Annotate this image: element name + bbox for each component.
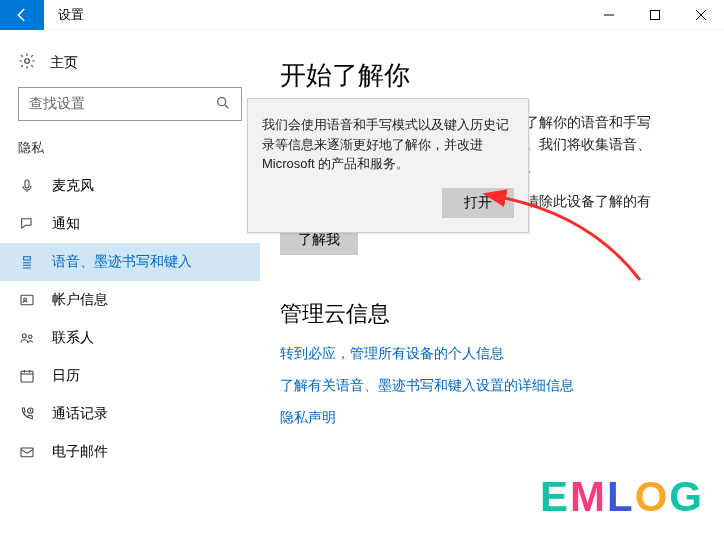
callhistory-icon [18,406,36,422]
watermark: EMLOG [540,473,704,521]
window-controls [586,0,724,30]
sidebar-item-label: 日历 [52,367,80,385]
notification-icon [18,216,36,232]
link-learn-more[interactable]: 了解有关语音、墨迹书写和键入设置的详细信息 [280,377,684,395]
mail-icon [18,444,36,460]
sidebar-item-notifications[interactable]: 通知 [0,205,260,243]
sidebar-item-label: 语音、墨迹书写和键入 [52,253,192,271]
sidebar-item-microphone[interactable]: 麦克风 [0,167,260,205]
svg-point-11 [29,335,32,338]
titlebar: 设置 [0,0,724,30]
svg-line-6 [225,104,229,108]
sidebar-item-speech[interactable]: 语音、墨迹书写和键入 [0,243,260,281]
sidebar-item-label: 通话记录 [52,405,108,423]
close-button[interactable] [678,0,724,30]
account-icon [18,292,36,308]
svg-rect-8 [21,295,33,304]
sidebar-item-label: 帐户信息 [52,291,108,309]
sidebar-item-label: 通知 [52,215,80,233]
page-heading: 开始了解你 [280,58,684,93]
cloud-heading: 管理云信息 [280,299,684,329]
contacts-icon [18,330,36,346]
search-placeholder: 查找设置 [29,95,85,113]
speech-icon [18,254,36,270]
svg-rect-1 [651,10,660,19]
maximize-button[interactable] [632,0,678,30]
sidebar: 主页 查找设置 隐私 麦克风 通知 语音、墨迹书写和键入 帐户信息 联系人 [0,30,260,539]
group-privacy: 隐私 [0,139,260,167]
home-link[interactable]: 主页 [0,46,260,87]
tooltip-text: 我们会使用语音和手写模式以及键入历史记录等信息来逐渐更好地了解你，并改进 Mic… [262,115,514,174]
calendar-icon [18,368,36,384]
svg-point-10 [22,334,26,338]
home-label: 主页 [50,54,78,72]
sidebar-item-email[interactable]: 电子邮件 [0,433,260,471]
sidebar-item-calendar[interactable]: 日历 [0,357,260,395]
microphone-icon [18,178,36,194]
svg-point-4 [25,59,30,64]
link-privacy[interactable]: 隐私声明 [280,409,684,427]
svg-point-5 [218,97,226,105]
link-bing[interactable]: 转到必应，管理所有设备的个人信息 [280,345,684,363]
svg-rect-17 [21,448,33,457]
tooltip-open-button[interactable]: 打开 [442,188,514,218]
gear-icon [18,52,36,73]
minimize-button[interactable] [586,0,632,30]
window-title: 设置 [58,6,84,24]
svg-rect-7 [25,180,29,188]
back-button[interactable] [0,0,44,30]
search-input[interactable]: 查找设置 [18,87,242,121]
sidebar-item-contacts[interactable]: 联系人 [0,319,260,357]
svg-point-9 [24,298,27,301]
tooltip-popup: 我们会使用语音和手写模式以及键入历史记录等信息来逐渐更好地了解你，并改进 Mic… [247,98,529,233]
svg-rect-12 [21,371,33,382]
sidebar-item-label: 电子邮件 [52,443,108,461]
sidebar-item-label: 联系人 [52,329,94,347]
sidebar-item-callhistory[interactable]: 通话记录 [0,395,260,433]
sidebar-item-label: 麦克风 [52,177,94,195]
search-icon [215,95,231,114]
sidebar-item-account[interactable]: 帐户信息 [0,281,260,319]
